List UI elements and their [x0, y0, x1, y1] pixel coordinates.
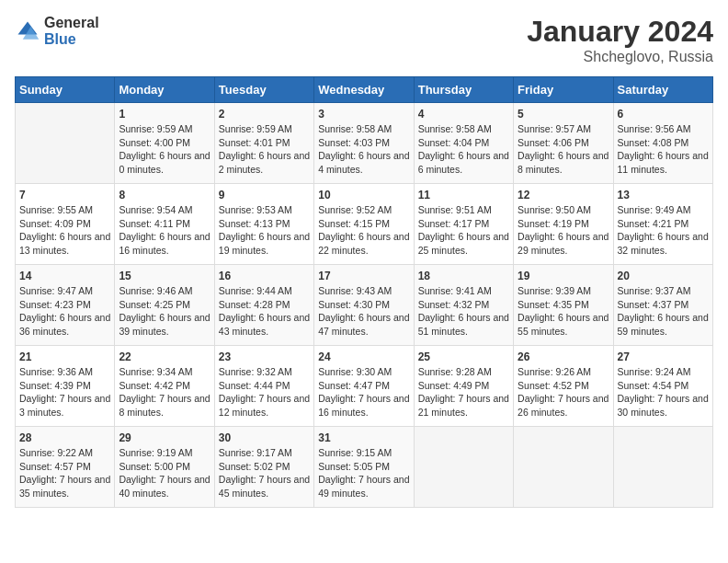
calendar-cell: 19Sunrise: 9:39 AMSunset: 4:35 PMDayligh…	[514, 265, 613, 346]
day-number: 31	[318, 431, 409, 444]
calendar-cell: 2Sunrise: 9:59 AMSunset: 4:01 PMDaylight…	[214, 103, 313, 184]
day-info: Sunrise: 9:28 AMSunset: 4:49 PMDaylight:…	[418, 365, 509, 419]
weekday-header-row: SundayMondayTuesdayWednesdayThursdayFrid…	[16, 77, 713, 103]
calendar-cell: 21Sunrise: 9:36 AMSunset: 4:39 PMDayligh…	[16, 346, 115, 427]
calendar-cell: 1Sunrise: 9:59 AMSunset: 4:00 PMDaylight…	[115, 103, 214, 184]
day-info: Sunrise: 9:52 AMSunset: 4:15 PMDaylight:…	[318, 203, 409, 258]
month-year-title: January 2024	[527, 15, 713, 49]
day-info: Sunrise: 9:44 AMSunset: 4:28 PMDaylight:…	[219, 284, 310, 339]
day-info: Sunrise: 9:36 AMSunset: 4:39 PMDaylight:…	[19, 365, 110, 419]
calendar-cell: 23Sunrise: 9:32 AMSunset: 4:44 PMDayligh…	[214, 346, 313, 427]
weekday-header: Monday	[115, 77, 214, 103]
day-number: 18	[418, 270, 509, 282]
day-number: 19	[518, 270, 609, 282]
calendar-cell: 28Sunrise: 9:22 AMSunset: 4:57 PMDayligh…	[16, 427, 115, 508]
day-info: Sunrise: 9:26 AMSunset: 4:52 PMDaylight:…	[518, 365, 609, 419]
day-number: 9	[219, 189, 310, 201]
calendar-cell: 31Sunrise: 9:15 AMSunset: 5:05 PMDayligh…	[314, 427, 414, 508]
day-number: 17	[318, 270, 409, 282]
calendar-cell: 18Sunrise: 9:41 AMSunset: 4:32 PMDayligh…	[414, 265, 513, 346]
day-info: Sunrise: 9:43 AMSunset: 4:30 PMDaylight:…	[318, 284, 409, 339]
day-info: Sunrise: 9:17 AMSunset: 5:02 PMDaylight:…	[219, 446, 310, 500]
title-area: January 2024 Shcheglovo, Russia	[527, 15, 713, 65]
day-number: 21	[19, 350, 110, 363]
calendar-week-row: 1Sunrise: 9:59 AMSunset: 4:00 PMDaylight…	[16, 103, 713, 184]
day-number: 20	[618, 270, 709, 282]
day-number: 22	[119, 350, 210, 363]
day-info: Sunrise: 9:56 AMSunset: 4:08 PMDaylight:…	[618, 122, 709, 177]
calendar-cell: 9Sunrise: 9:53 AMSunset: 4:13 PMDaylight…	[214, 184, 313, 265]
calendar-cell: 15Sunrise: 9:46 AMSunset: 4:25 PMDayligh…	[115, 265, 214, 346]
day-info: Sunrise: 9:15 AMSunset: 5:05 PMDaylight:…	[318, 446, 409, 500]
day-number: 29	[119, 431, 210, 444]
calendar-cell: 20Sunrise: 9:37 AMSunset: 4:37 PMDayligh…	[613, 265, 712, 346]
calendar-cell: 29Sunrise: 9:19 AMSunset: 5:00 PMDayligh…	[115, 427, 214, 508]
day-info: Sunrise: 9:57 AMSunset: 4:06 PMDaylight:…	[518, 122, 609, 177]
calendar-cell: 11Sunrise: 9:51 AMSunset: 4:17 PMDayligh…	[414, 184, 513, 265]
calendar-cell: 10Sunrise: 9:52 AMSunset: 4:15 PMDayligh…	[314, 184, 414, 265]
calendar-cell: 7Sunrise: 9:55 AMSunset: 4:09 PMDaylight…	[16, 184, 115, 265]
day-number: 1	[119, 108, 210, 121]
day-number: 13	[618, 189, 709, 201]
day-info: Sunrise: 9:19 AMSunset: 5:00 PMDaylight:…	[119, 446, 210, 500]
calendar-week-row: 14Sunrise: 9:47 AMSunset: 4:23 PMDayligh…	[16, 265, 713, 346]
day-number: 8	[119, 189, 210, 201]
day-info: Sunrise: 9:50 AMSunset: 4:19 PMDaylight:…	[518, 203, 609, 258]
day-number: 3	[318, 108, 409, 121]
day-info: Sunrise: 9:55 AMSunset: 4:09 PMDaylight:…	[19, 203, 110, 258]
calendar-table: SundayMondayTuesdayWednesdayThursdayFrid…	[15, 76, 713, 508]
calendar-cell: 6Sunrise: 9:56 AMSunset: 4:08 PMDaylight…	[613, 103, 712, 184]
calendar-cell: 16Sunrise: 9:44 AMSunset: 4:28 PMDayligh…	[214, 265, 313, 346]
calendar-week-row: 28Sunrise: 9:22 AMSunset: 4:57 PMDayligh…	[16, 427, 713, 508]
day-number: 2	[219, 108, 310, 121]
day-info: Sunrise: 9:58 AMSunset: 4:03 PMDaylight:…	[318, 122, 409, 177]
calendar-week-row: 21Sunrise: 9:36 AMSunset: 4:39 PMDayligh…	[16, 346, 713, 427]
day-number: 15	[119, 270, 210, 282]
logo-blue-text: Blue	[44, 31, 99, 48]
day-info: Sunrise: 9:58 AMSunset: 4:04 PMDaylight:…	[418, 122, 509, 177]
day-number: 5	[518, 108, 609, 121]
day-info: Sunrise: 9:59 AMSunset: 4:01 PMDaylight:…	[219, 122, 310, 177]
day-number: 25	[418, 350, 509, 363]
logo-general-text: General	[44, 15, 99, 31]
calendar-cell: 26Sunrise: 9:26 AMSunset: 4:52 PMDayligh…	[514, 346, 613, 427]
day-number: 4	[418, 108, 509, 121]
calendar-cell: 8Sunrise: 9:54 AMSunset: 4:11 PMDaylight…	[115, 184, 214, 265]
page-header: General Blue January 2024 Shcheglovo, Ru…	[15, 15, 713, 65]
day-info: Sunrise: 9:51 AMSunset: 4:17 PMDaylight:…	[418, 203, 509, 258]
day-info: Sunrise: 9:39 AMSunset: 4:35 PMDaylight:…	[518, 284, 609, 339]
calendar-cell	[16, 103, 115, 184]
day-info: Sunrise: 9:32 AMSunset: 4:44 PMDaylight:…	[219, 365, 310, 419]
calendar-cell: 17Sunrise: 9:43 AMSunset: 4:30 PMDayligh…	[314, 265, 414, 346]
location-subtitle: Shcheglovo, Russia	[527, 49, 713, 65]
calendar-cell: 24Sunrise: 9:30 AMSunset: 4:47 PMDayligh…	[314, 346, 414, 427]
day-number: 28	[19, 431, 110, 444]
calendar-cell: 25Sunrise: 9:28 AMSunset: 4:49 PMDayligh…	[414, 346, 513, 427]
day-number: 12	[518, 189, 609, 201]
day-info: Sunrise: 9:53 AMSunset: 4:13 PMDaylight:…	[219, 203, 310, 258]
weekday-header: Sunday	[16, 77, 115, 103]
day-number: 24	[318, 350, 409, 363]
day-info: Sunrise: 9:49 AMSunset: 4:21 PMDaylight:…	[618, 203, 709, 258]
weekday-header: Saturday	[613, 77, 712, 103]
day-number: 27	[618, 350, 709, 363]
day-info: Sunrise: 9:41 AMSunset: 4:32 PMDaylight:…	[418, 284, 509, 339]
calendar-cell: 13Sunrise: 9:49 AMSunset: 4:21 PMDayligh…	[613, 184, 712, 265]
calendar-cell	[514, 427, 613, 508]
day-number: 6	[618, 108, 709, 121]
calendar-cell: 30Sunrise: 9:17 AMSunset: 5:02 PMDayligh…	[214, 427, 313, 508]
day-number: 11	[418, 189, 509, 201]
calendar-cell: 27Sunrise: 9:24 AMSunset: 4:54 PMDayligh…	[613, 346, 712, 427]
calendar-cell: 14Sunrise: 9:47 AMSunset: 4:23 PMDayligh…	[16, 265, 115, 346]
day-info: Sunrise: 9:59 AMSunset: 4:00 PMDaylight:…	[119, 122, 210, 177]
day-number: 14	[19, 270, 110, 282]
calendar-cell	[414, 427, 513, 508]
day-number: 23	[219, 350, 310, 363]
calendar-cell: 22Sunrise: 9:34 AMSunset: 4:42 PMDayligh…	[115, 346, 214, 427]
weekday-header: Friday	[514, 77, 613, 103]
calendar-week-row: 7Sunrise: 9:55 AMSunset: 4:09 PMDaylight…	[16, 184, 713, 265]
day-number: 7	[19, 189, 110, 201]
calendar-cell: 5Sunrise: 9:57 AMSunset: 4:06 PMDaylight…	[514, 103, 613, 184]
day-info: Sunrise: 9:30 AMSunset: 4:47 PMDaylight:…	[318, 365, 409, 419]
day-info: Sunrise: 9:22 AMSunset: 4:57 PMDaylight:…	[19, 446, 110, 500]
